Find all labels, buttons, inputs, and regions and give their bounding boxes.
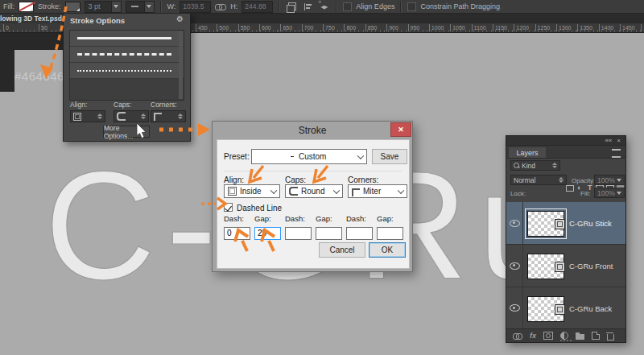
corners-select[interactable]: Miter [348,184,407,198]
gap-input-1[interactable] [254,227,281,240]
preset-select[interactable]: Custom [251,149,367,164]
close-icon[interactable]: × [617,138,621,144]
gear-icon[interactable]: ⚙ [176,14,184,23]
layer-row-stick[interactable]: C-GRu Stick [506,202,625,245]
stroke-swatch[interactable] [65,2,80,12]
adjustment-layer-icon[interactable] [560,332,568,340]
layer-row-back[interactable]: C-GRu Back [506,287,625,329]
align-value: Inside [240,187,262,196]
dash-input-2[interactable] [285,227,312,240]
dash-input-1[interactable] [224,227,250,240]
cancel-button[interactable]: Cancel [319,242,365,258]
stroke-type-dropdown[interactable] [126,1,155,13]
width-value-field[interactable]: 1039.5 [180,1,211,13]
path-arrangement-button[interactable] [318,2,330,12]
path-operations-button[interactable] [286,2,298,12]
layer-thumbnail[interactable] [527,296,564,322]
layer-name[interactable]: C-GRu Stick [569,219,612,228]
constrain-path-label: Constrain Path Dragging [420,2,500,10]
align-select[interactable]: Inside [224,184,280,198]
more-options-button[interactable]: More Options... [103,126,150,138]
document-tab[interactable]: lowing 3D Text.psd @ 7 [0,14,71,23]
caps-select[interactable]: Round [285,184,343,198]
caps-select[interactable] [114,110,149,122]
ok-button[interactable]: OK [369,242,406,258]
dashed-line-label: Dashed Line [237,204,282,213]
ruler-tick: 800 [344,24,356,31]
document-tab-title: lowing 3D Text.psd @ 7 [0,14,71,23]
filter-kind-select[interactable]: Kind [510,160,560,171]
align-inside-icon [73,113,81,121]
fill-label: Fill: [3,2,14,10]
layer-thumbnail[interactable] [527,254,564,279]
ruler-tick: 550 [238,24,250,31]
chevron-down-icon [357,152,364,159]
ruler-tick: 1500 [641,24,644,31]
eye-icon [510,220,520,227]
path-alignment-button[interactable] [302,2,314,12]
ruler-tick: 1300 [556,24,572,31]
toolbar-separator [160,2,162,12]
dialog-close-button[interactable]: ✕ [390,122,411,137]
align-select[interactable] [70,110,105,122]
height-value-field[interactable]: 244.88 [242,1,273,13]
ruler-tick: 1150 [493,24,507,31]
panel-drag-grip[interactable] [560,340,572,341]
layer-name[interactable]: C-GRu Front [569,262,613,270]
chevron-down-icon[interactable] [144,2,154,12]
link-dimensions-icon[interactable] [215,3,226,10]
stroke-style-option-dashed[interactable] [70,47,184,63]
stroke-style-option-solid[interactable] [70,31,184,47]
ruler-tick: 850 [365,24,378,31]
align-edges-checkbox[interactable] [343,2,352,11]
blend-mode-select[interactable]: Normal [510,175,567,185]
pasteboard [0,50,14,92]
corners-select[interactable] [151,110,186,122]
stroke-dialog: Stroke ✕ Preset: Custom Save Align: Caps… [212,121,413,272]
align-label: Align: [70,101,87,109]
constrain-path-checkbox[interactable] [407,2,416,11]
layer-style-fx-icon[interactable]: fx [530,332,536,340]
layer-name[interactable]: C-GRu Back [569,304,612,313]
chevron-down-icon [617,192,621,195]
fill-select[interactable]: 100% [594,188,625,198]
group-folder-icon[interactable] [576,334,584,340]
layer-thumbnail[interactable] [527,211,564,237]
chevron-down-icon [617,179,621,182]
eye-icon [510,304,520,312]
visibility-cell[interactable] [506,245,523,287]
stroke-width-value: 3 pt [89,2,101,10]
gap-input-3[interactable] [377,227,403,240]
solid-line-preview [77,37,171,39]
no-fill-icon [19,1,35,10]
vector-mask-badge-icon [555,219,565,229]
panel-menu-icon[interactable] [612,149,621,158]
collapse-panel-icon[interactable]: «« [605,138,612,144]
save-button[interactable]: Save [372,149,407,164]
layer-mask-icon[interactable] [543,332,553,340]
dash-input-3[interactable] [346,227,373,240]
visibility-cell[interactable] [506,202,523,244]
new-layer-icon[interactable] [592,332,600,340]
caps-label: Caps: [285,175,306,184]
stroke-style-option-dotted[interactable] [70,63,184,79]
stroke-style-list [69,30,184,101]
layers-tab[interactable]: Layers [509,147,546,158]
delete-layer-icon[interactable] [607,334,614,341]
stroke-width-field[interactable]: 3 pt [85,1,122,13]
opacity-select[interactable]: 100% [594,175,625,185]
dashed-line-checkbox[interactable] [224,203,233,212]
height-label: H: [230,2,237,10]
link-layers-icon[interactable] [513,333,522,339]
dash-label: Dash: [285,214,314,223]
dash-preview-icon [291,156,294,158]
filter-kind-value: Kind [522,162,535,170]
ruler-tick: 1100 [472,24,486,31]
gap-input-2[interactable] [316,227,342,240]
dashed-line-preview [77,53,171,56]
fill-swatch[interactable] [19,2,34,12]
chevron-down-icon[interactable] [111,2,121,12]
ruler-tick: 700 [302,24,314,31]
visibility-cell[interactable] [506,287,523,328]
layer-row-front[interactable]: C-GRu Front [506,245,625,287]
